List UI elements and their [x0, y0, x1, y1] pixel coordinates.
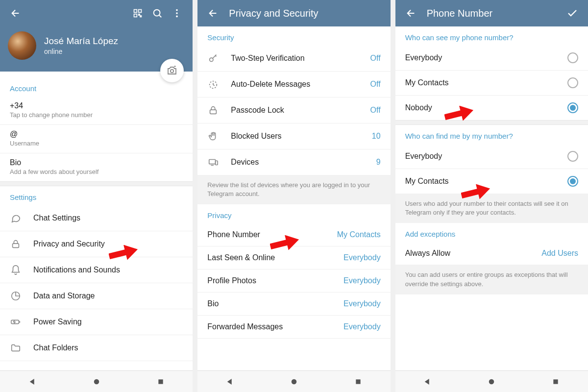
- more-button[interactable]: [167, 3, 187, 23]
- security-row-2fa[interactable]: Two-Step Verification Off: [197, 46, 390, 72]
- row-label: Chat Folders: [33, 343, 183, 352]
- hand-icon: [207, 130, 219, 142]
- nav-back[interactable]: [220, 372, 240, 392]
- battery-icon: [10, 316, 22, 328]
- username-hint: Username: [10, 140, 183, 147]
- settings-row-notifications[interactable]: Notifications and Sounds: [0, 257, 193, 283]
- row-value: 9: [376, 158, 381, 167]
- settings-row-chat[interactable]: Chat Settings: [0, 205, 193, 231]
- phone-number-field[interactable]: +34 Tap to change phone number: [0, 97, 193, 125]
- nav-home[interactable]: [87, 372, 106, 392]
- bio-hint: Add a few words about yourself: [10, 168, 183, 175]
- row-value: Everybody: [343, 276, 381, 285]
- svg-point-21: [292, 379, 297, 384]
- security-row-autodelete[interactable]: Auto-Delete Messages Off: [197, 72, 390, 98]
- back-button[interactable]: [401, 3, 421, 23]
- privacy-row-photos[interactable]: Profile Photos Everybody: [197, 270, 390, 293]
- svg-rect-1: [139, 10, 142, 13]
- option-nobody[interactable]: Nobody: [395, 96, 588, 120]
- radio-icon: [567, 77, 578, 88]
- svg-point-8: [176, 16, 178, 18]
- nav-recent[interactable]: [151, 372, 171, 392]
- settings-row-folders[interactable]: Chat Folders: [0, 335, 193, 361]
- svg-rect-22: [356, 379, 360, 384]
- option-label: My Contacts: [405, 78, 567, 87]
- svg-rect-20: [216, 161, 218, 165]
- privacy-section-title: Privacy: [197, 204, 390, 223]
- settings-row-privacy[interactable]: Privacy and Security: [0, 231, 193, 257]
- back-icon: [406, 8, 416, 19]
- settings-section-title: Settings: [0, 186, 193, 205]
- android-nav-bar: [395, 370, 588, 392]
- header: Privacy and Security: [197, 0, 390, 26]
- svg-point-13: [94, 379, 99, 384]
- nav-home[interactable]: [284, 372, 304, 392]
- settings-profile-screen: José María López online Account +34 Tap …: [0, 0, 193, 392]
- camera-plus-icon: [166, 65, 178, 76]
- more-vertical-icon: [172, 8, 182, 19]
- option-everybody-find[interactable]: Everybody: [395, 144, 588, 169]
- settings-row-power[interactable]: Power Saving: [0, 309, 193, 335]
- row-value: Off: [370, 54, 381, 63]
- privacy-row-bio[interactable]: Bio Everybody: [197, 293, 390, 316]
- change-photo-button[interactable]: [160, 59, 184, 82]
- settings-row-data[interactable]: Data and Storage: [0, 283, 193, 309]
- qr-button[interactable]: [128, 3, 147, 23]
- row-label: Privacy and Security: [33, 240, 183, 248]
- svg-rect-10: [13, 244, 19, 247]
- row-value: Everybody: [343, 253, 381, 262]
- row-value: 10: [372, 132, 381, 141]
- svg-point-7: [176, 12, 178, 14]
- folder-icon: [10, 342, 22, 354]
- devices-icon: [207, 156, 219, 168]
- security-row-devices[interactable]: Devices 9: [197, 149, 390, 175]
- android-nav-bar: [0, 370, 193, 392]
- chat-icon: [10, 212, 22, 224]
- bio-field[interactable]: Bio Add a few words about yourself: [0, 153, 193, 181]
- option-everybody[interactable]: Everybody: [395, 46, 588, 71]
- option-label: Nobody: [405, 103, 567, 112]
- privacy-row-lastseen[interactable]: Last Seen & Online Everybody: [197, 246, 390, 270]
- privacy-row-phone[interactable]: Phone Number My Contacts: [197, 223, 390, 246]
- avatar[interactable]: [8, 31, 36, 60]
- profile-header: José María López online: [0, 26, 193, 72]
- nav-back[interactable]: [23, 372, 42, 392]
- row-label: Always Allow: [405, 249, 530, 258]
- row-value: Everybody: [343, 299, 381, 308]
- phone-number-privacy-screen: Phone Number Who can see my phone number…: [395, 0, 588, 392]
- security-section-title: Security: [197, 26, 390, 46]
- privacy-row-forwarded[interactable]: Forwarded Messages Everybody: [197, 316, 390, 339]
- nav-recent[interactable]: [546, 372, 565, 392]
- row-label: Phone Number: [207, 230, 325, 239]
- option-my-contacts[interactable]: My Contacts: [395, 71, 588, 96]
- exceptions-hint: You can add users or entire groups as ex…: [395, 265, 588, 294]
- row-value: Off: [370, 106, 381, 115]
- lock-icon: [10, 238, 22, 250]
- back-icon: [208, 8, 219, 19]
- android-nav-bar: [197, 370, 390, 392]
- page-title: Phone Number: [427, 8, 563, 19]
- page-title: Privacy and Security: [229, 8, 384, 19]
- nav-recent[interactable]: [348, 372, 368, 392]
- divider: [395, 120, 588, 125]
- row-label: Bio: [207, 299, 332, 308]
- bio-value: Bio: [10, 158, 183, 167]
- row-label: Power Saving: [33, 318, 183, 326]
- content: Security Two-Step Verification Off Auto-…: [197, 26, 390, 370]
- nav-home[interactable]: [482, 372, 501, 392]
- svg-rect-14: [158, 379, 163, 384]
- option-my-contacts-find[interactable]: My Contacts: [395, 169, 588, 194]
- username-field[interactable]: @ Username: [0, 125, 193, 153]
- back-button[interactable]: [6, 3, 25, 23]
- nav-back[interactable]: [417, 372, 437, 392]
- back-button[interactable]: [203, 3, 223, 23]
- security-row-blocked[interactable]: Blocked Users 10: [197, 123, 390, 149]
- search-button[interactable]: [147, 3, 167, 23]
- add-users-link[interactable]: Add Users: [541, 249, 578, 258]
- header: Phone Number: [395, 0, 588, 26]
- lock-icon: [207, 104, 219, 116]
- svg-rect-25: [554, 379, 558, 384]
- confirm-button[interactable]: [563, 3, 582, 23]
- exceptions-always-allow[interactable]: Always Allow Add Users: [395, 242, 588, 265]
- security-row-passcode[interactable]: Passcode Lock Off: [197, 98, 390, 123]
